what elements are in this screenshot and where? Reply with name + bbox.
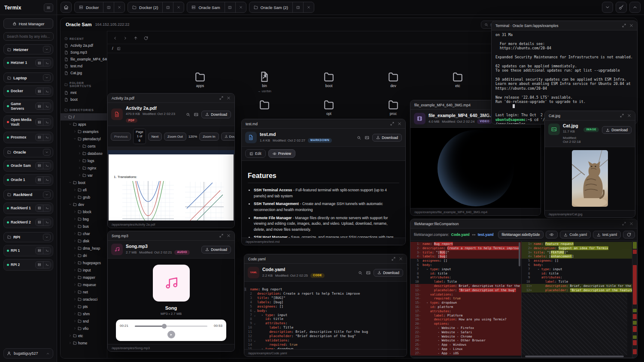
open-terminal-button[interactable] bbox=[43, 88, 51, 94]
tree-item-char[interactable]: char bbox=[61, 230, 107, 237]
host-item-oracle-sam[interactable]: Oracle Sam bbox=[3, 160, 53, 172]
pdf-page-view[interactable]: 1. Translations: bbox=[108, 147, 234, 220]
edit-tab[interactable]: Edit bbox=[245, 149, 266, 158]
tree-item-etc[interactable]: etc bbox=[61, 332, 107, 339]
open-terminal-button[interactable] bbox=[43, 60, 51, 66]
grid-item[interactable] bbox=[241, 99, 288, 112]
host-item-racknerd-1[interactable]: RackNerd 1 bbox=[3, 202, 53, 214]
folder-shortcut-item[interactable]: boot bbox=[61, 96, 107, 103]
close-button[interactable] bbox=[399, 257, 403, 261]
terminal-output[interactable]: on 31 Ma For more details see: https://u… bbox=[492, 30, 637, 124]
download-file-b-button[interactable]: test.yaml bbox=[593, 231, 621, 238]
tree-item-nginx[interactable]: nginx bbox=[61, 164, 107, 172]
recent-file-item[interactable]: test.md bbox=[61, 63, 107, 69]
tree-item-logs[interactable]: logs bbox=[61, 157, 107, 164]
tab-oracle-sam-2-[interactable]: Oracle Sam (2) bbox=[249, 2, 314, 13]
tree-item-snd[interactable]: snd bbox=[61, 317, 107, 325]
home-tab-button[interactable] bbox=[61, 2, 72, 13]
up-button[interactable] bbox=[132, 35, 140, 42]
tree-item-disk[interactable]: disk bbox=[61, 237, 107, 244]
close-button[interactable] bbox=[629, 222, 633, 226]
diff-pane-right[interactable]: 1+name: Feature request2+description: Su… bbox=[522, 241, 632, 358]
tree-item-dri[interactable]: dri bbox=[61, 252, 107, 259]
open-file-manager-button[interactable] bbox=[36, 88, 43, 94]
window-titlebar[interactable]: Activity 2a.pdf bbox=[108, 94, 234, 103]
download-button[interactable]: Download bbox=[602, 126, 632, 134]
host-group-rpi[interactable]: RPI bbox=[3, 232, 53, 242]
download-button[interactable]: Download bbox=[374, 269, 403, 277]
close-tab-button[interactable] bbox=[173, 2, 184, 12]
zoom-in-button[interactable]: Zoom In bbox=[199, 133, 219, 141]
open-file-manager-button[interactable] bbox=[36, 205, 43, 211]
recent-file-item[interactable]: Song.mp3 bbox=[61, 49, 107, 56]
host-search-input[interactable] bbox=[3, 32, 54, 41]
tree-item-database[interactable]: database bbox=[61, 150, 107, 157]
tree-item-var[interactable]: var bbox=[61, 172, 107, 179]
host-manager-button[interactable]: Host Manager bbox=[3, 18, 53, 29]
grid-item-bin[interactable]: bin→ usr/bin bbox=[241, 71, 288, 93]
expand-button[interactable] bbox=[622, 222, 626, 226]
host-item-docker[interactable]: Docker bbox=[3, 85, 53, 97]
split-tab-button[interactable] bbox=[225, 2, 235, 12]
download-file-a-button[interactable]: Code.yaml bbox=[560, 231, 591, 238]
open-file-manager-button[interactable] bbox=[36, 60, 43, 66]
open-terminal-button[interactable] bbox=[43, 247, 51, 254]
folder-shortcut-item[interactable]: mnt bbox=[61, 89, 107, 96]
tree-item-oracleoci[interactable]: oracleoci bbox=[61, 296, 107, 303]
window-titlebar[interactable]: Cat.jpg bbox=[545, 111, 635, 121]
open-file-manager-button[interactable] bbox=[36, 134, 43, 141]
window-titlebar[interactable]: Song.mp3 bbox=[108, 231, 234, 241]
user-menu[interactable]: bugattiguy527 bbox=[3, 348, 53, 359]
expand-button[interactable] bbox=[392, 257, 395, 261]
download-pdf-button[interactable]: Dow bbox=[221, 133, 235, 141]
search-in-file-button[interactable] bbox=[357, 136, 361, 140]
recent-file-item[interactable]: Activity 2a.pdf bbox=[61, 42, 107, 49]
grid-item-apps[interactable]: apps bbox=[176, 71, 224, 88]
open-terminal-button[interactable] bbox=[43, 177, 51, 183]
host-item-oracle-1[interactable]: Oracle 1 bbox=[3, 174, 53, 186]
download-button[interactable]: Download bbox=[201, 246, 231, 253]
admin-key-button[interactable] bbox=[616, 2, 627, 13]
open-terminal-button[interactable] bbox=[43, 119, 51, 125]
open-file-manager-button[interactable] bbox=[36, 219, 43, 226]
page-number-widget[interactable]: Page 1 of 6 bbox=[133, 129, 146, 144]
tree-item-shm[interactable]: shm bbox=[61, 310, 107, 317]
diff-scrollbar[interactable] bbox=[519, 242, 520, 266]
collapse-group-button[interactable] bbox=[43, 234, 51, 241]
scroll-tabs-left-button[interactable] bbox=[602, 2, 613, 13]
search-in-file-button[interactable] bbox=[358, 271, 362, 275]
open-file-manager-button[interactable] bbox=[36, 177, 43, 183]
close-tab-button[interactable] bbox=[303, 2, 314, 12]
tab-oracle-sam[interactable]: Oracle Sam bbox=[187, 2, 246, 13]
open-terminal-button[interactable] bbox=[43, 205, 51, 211]
tree-item--[interactable]: / bbox=[61, 113, 107, 121]
swap-icon[interactable] bbox=[472, 233, 476, 237]
host-item-rpi-2[interactable]: RPI 2 bbox=[3, 259, 53, 271]
side-by-side-toggle[interactable]: fileManager.sideBySide bbox=[498, 231, 544, 238]
refresh-button[interactable] bbox=[142, 35, 150, 42]
collapse-group-button[interactable] bbox=[43, 149, 51, 156]
preview-tab[interactable]: Preview bbox=[268, 149, 295, 158]
host-group-oracle[interactable]: Oracle bbox=[3, 147, 53, 157]
host-group-racknerd[interactable]: RackNerd bbox=[3, 190, 53, 200]
grid-item-dev[interactable]: dev bbox=[370, 71, 417, 88]
tree-item-boot[interactable]: boot bbox=[61, 179, 107, 186]
tree-item-efi[interactable]: efi bbox=[61, 186, 107, 193]
tree-item-pts[interactable]: pts bbox=[61, 303, 107, 310]
download-button[interactable]: Download bbox=[201, 111, 231, 118]
tab-docker[interactable]: Docker bbox=[74, 2, 125, 13]
split-tab-button[interactable] bbox=[103, 2, 114, 12]
collapse-button[interactable] bbox=[629, 2, 641, 13]
collapse-group-button[interactable] bbox=[43, 74, 51, 81]
diff-minimap[interactable] bbox=[632, 241, 637, 358]
tree-item-bsg[interactable]: bsg bbox=[61, 215, 107, 223]
tree-item-dma-heap[interactable]: dma_heap bbox=[61, 244, 107, 252]
tree-item-home[interactable]: home bbox=[61, 339, 107, 347]
expand-button[interactable] bbox=[219, 234, 223, 238]
tree-item-grub[interactable]: grub bbox=[61, 193, 107, 201]
visibility-toggle[interactable] bbox=[546, 231, 558, 238]
seek-slider[interactable] bbox=[135, 326, 207, 327]
close-button[interactable] bbox=[627, 114, 631, 118]
collapse-group-button[interactable] bbox=[43, 191, 51, 198]
tree-item-certs[interactable]: certs bbox=[61, 142, 107, 150]
